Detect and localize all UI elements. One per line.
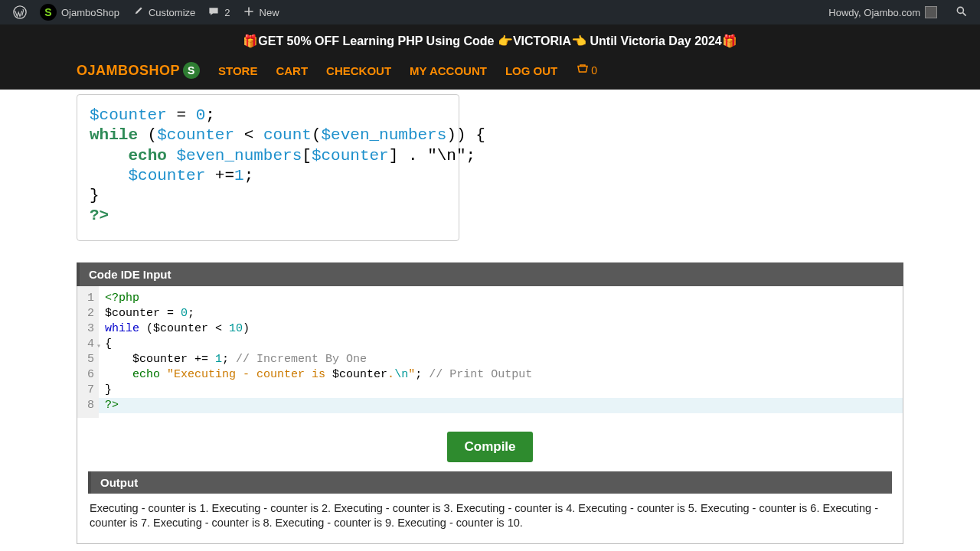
nav-cart-widget[interactable]: 0 <box>576 63 597 79</box>
example-code-block: $counter = 0; while ($counter < count($e… <box>77 94 459 241</box>
brand-text: OJAMBOSHOP <box>77 63 180 79</box>
promo-banner: 🎁GET 50% OFF Learning PHP Using Code 👉VI… <box>0 24 980 57</box>
pointer-right-icon: 👉 <box>498 34 513 47</box>
ide-input-header: Code IDE Input <box>77 262 903 286</box>
svg-point-1 <box>957 7 963 13</box>
line-number: 5 <box>85 352 94 367</box>
code-line: echo "Executing - counter is $counter.\n… <box>105 367 897 383</box>
code-line: $counter = 0; <box>90 106 446 126</box>
admin-customize-label: Customize <box>149 7 195 18</box>
gift-icon: 🎁 <box>722 34 737 47</box>
nav-logout[interactable]: LOG OUT <box>505 64 557 77</box>
line-number: 2 <box>85 306 94 321</box>
avatar-icon <box>925 6 937 18</box>
nav-cart[interactable]: CART <box>276 64 308 77</box>
code-editor[interactable]: 1 2 3 4▾ 5 6 7 8 <?php $counter = 0; whi… <box>77 286 903 418</box>
wp-logo[interactable] <box>6 0 34 24</box>
wp-admin-bar: S OjamboShop Customize 2 New Howdy, Ojam… <box>0 0 980 24</box>
output-body: Executing - counter is 1. Executing - co… <box>77 494 903 542</box>
code-line: } <box>90 186 446 206</box>
lesson-pager: ◀22. Foreach Loop 23. While Loop 24. Do … <box>77 544 903 551</box>
brush-icon <box>132 5 144 20</box>
admin-howdy-text: Howdy, Ojambo.com <box>828 7 920 18</box>
gift-icon: 🎁 <box>243 34 258 47</box>
line-number: 6 <box>85 367 94 383</box>
line-number: 4▾ <box>85 337 94 352</box>
site-badge-icon: S <box>40 4 57 21</box>
comment-icon <box>207 5 220 20</box>
code-line: while ($counter < count($even_numbers)) … <box>90 126 446 145</box>
code-line-current: ?> <box>99 398 903 413</box>
chevron-down-icon[interactable]: ▾ <box>96 339 101 354</box>
pointer-left-icon: 👈 <box>571 34 586 47</box>
line-number: 7 <box>85 383 94 398</box>
brand-link[interactable]: OJAMBOSHOP S <box>77 62 200 79</box>
code-line: ?> <box>90 206 446 226</box>
main-nav: OJAMBOSHOP S STORE CART CHECKOUT MY ACCO… <box>0 57 980 90</box>
output-header: Output <box>88 471 892 494</box>
line-number: 1 <box>85 291 94 306</box>
admin-howdy[interactable]: Howdy, Ojambo.com <box>822 0 943 24</box>
promo-text-b: Until Victoria Day 2024 <box>586 34 722 47</box>
editor-gutter: 1 2 3 4▾ 5 6 7 8 <box>77 286 99 418</box>
search-icon <box>956 5 968 20</box>
nav-my-account[interactable]: MY ACCOUNT <box>410 64 487 77</box>
code-line: { <box>105 337 897 352</box>
wordpress-icon <box>12 5 28 20</box>
admin-site-name: OjamboShop <box>61 7 119 18</box>
code-line: $counter += 1; // Increment By One <box>105 352 897 367</box>
plus-icon <box>243 5 255 20</box>
code-line: $counter +=1; <box>90 166 446 186</box>
nav-store[interactable]: STORE <box>218 64 257 77</box>
cart-icon <box>576 63 590 79</box>
admin-search[interactable] <box>949 0 974 24</box>
cart-count: 0 <box>591 64 597 77</box>
line-number: 3 <box>85 321 94 337</box>
code-line: while ($counter < 10) <box>105 321 897 337</box>
brand-badge-icon: S <box>183 62 200 79</box>
code-line: $counter = 0; <box>105 306 897 321</box>
ide-panel: 1 2 3 4▾ 5 6 7 8 <?php $counter = 0; whi… <box>77 286 903 544</box>
code-line: <?php <box>105 291 897 306</box>
admin-site-link[interactable]: S OjamboShop <box>34 0 126 24</box>
admin-new-link[interactable]: New <box>237 0 286 24</box>
promo-text-a: GET 50% OFF Learning PHP Using Code <box>258 34 498 47</box>
compile-button[interactable]: Compile <box>447 432 532 462</box>
admin-comments-link[interactable]: 2 <box>201 0 236 24</box>
line-number: 8 <box>85 398 94 413</box>
admin-comments-count: 2 <box>224 7 230 18</box>
nav-checkout[interactable]: CHECKOUT <box>326 64 391 77</box>
admin-new-label: New <box>260 7 279 18</box>
admin-customize-link[interactable]: Customize <box>126 0 201 24</box>
editor-body[interactable]: <?php $counter = 0; while ($counter < 10… <box>99 286 903 418</box>
promo-code: VICTORIA <box>513 34 571 47</box>
code-line: } <box>105 383 897 398</box>
code-line: echo $even_numbers[$counter] . "\n"; <box>90 146 446 166</box>
